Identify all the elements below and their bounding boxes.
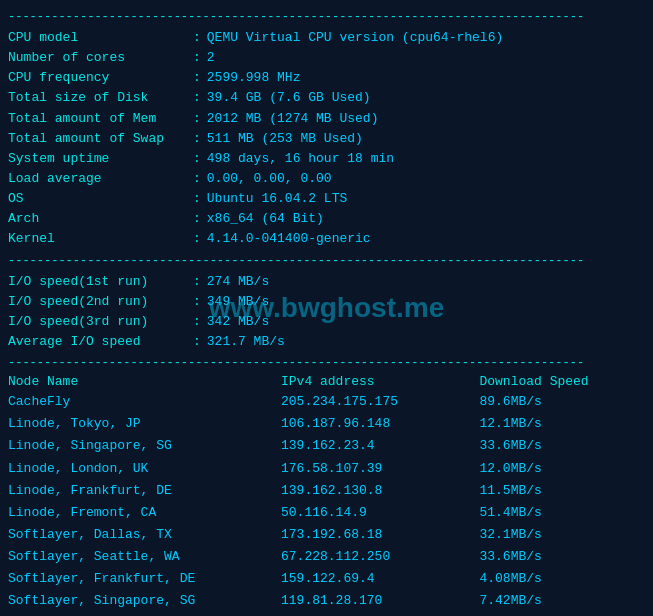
row-value: 2 [207,48,215,68]
col-header-node: Node Name [8,374,271,391]
table-row: I/O speed(3rd run) : 342 MB/s [8,312,645,332]
ipv4-cell: 119.81.28.170 [271,590,449,612]
node-cell: Linode, Fremont, CA [8,502,271,524]
table-row: Total amount of Swap : 511 MB (253 MB Us… [8,129,645,149]
mid-divider-2: ----------------------------------------… [8,356,645,370]
node-cell: Softlayer, Singapore, SG [8,590,271,612]
speed-cell: 4.08MB/s [449,568,645,590]
table-row: Softlayer, HongKong, CN 119.81.130.170 5… [8,613,645,616]
col-header-ipv4: IPv4 address [271,374,449,391]
row-value: 2012 MB (1274 MB Used) [207,109,379,129]
table-row: Linode, Singapore, SG 139.162.23.4 33.6M… [8,435,645,457]
table-row: Average I/O speed : 321.7 MB/s [8,332,645,352]
row-label: CPU model [8,28,193,48]
row-label: Arch [8,209,193,229]
table-row: Softlayer, Seattle, WA 67.228.112.250 33… [8,546,645,568]
ipv4-cell: 139.162.130.8 [271,480,449,502]
speed-cell: 32.1MB/s [449,524,645,546]
ipv4-cell: 173.192.68.18 [271,524,449,546]
table-row: Total amount of Mem : 2012 MB (1274 MB U… [8,109,645,129]
row-label: Load average [8,169,193,189]
speed-cell: 33.6MB/s [449,546,645,568]
node-cell: Linode, Singapore, SG [8,435,271,457]
table-row: Softlayer, Dallas, TX 173.192.68.18 32.1… [8,524,645,546]
ipv4-cell: 50.116.14.9 [271,502,449,524]
node-cell: Softlayer, Seattle, WA [8,546,271,568]
speed-cell: 33.6MB/s [449,435,645,457]
row-value: Ubuntu 16.04.2 LTS [207,189,347,209]
table-row: CPU frequency : 2599.998 MHz [8,68,645,88]
ipv4-cell: 205.234.175.175 [271,391,449,413]
node-cell: Linode, Frankfurt, DE [8,480,271,502]
row-value: x86_64 (64 Bit) [207,209,324,229]
row-value: 274 MB/s [207,272,269,292]
row-label: Number of cores [8,48,193,68]
table-row: OS : Ubuntu 16.04.2 LTS [8,189,645,209]
speed-cell: 5.28MB/s [449,613,645,616]
col-header-speed: Download Speed [449,374,645,391]
table-row: Softlayer, Singapore, SG 119.81.28.170 7… [8,590,645,612]
node-cell: CacheFly [8,391,271,413]
speed-cell: 51.4MB/s [449,502,645,524]
table-row: Linode, London, UK 176.58.107.39 12.0MB/… [8,458,645,480]
row-label: OS [8,189,193,209]
table-row: Number of cores : 2 [8,48,645,68]
speed-cell: 7.42MB/s [449,590,645,612]
node-cell: Linode, Tokyo, JP [8,413,271,435]
speed-cell: 12.0MB/s [449,458,645,480]
ipv4-cell: 176.58.107.39 [271,458,449,480]
row-label: Total amount of Mem [8,109,193,129]
ipv4-cell: 106.187.96.148 [271,413,449,435]
row-value: 342 MB/s [207,312,269,332]
node-cell: Softlayer, Dallas, TX [8,524,271,546]
node-cell: Softlayer, Frankfurt, DE [8,568,271,590]
table-row: I/O speed(1st run) : 274 MB/s [8,272,645,292]
row-value: 4.14.0-041400-generic [207,229,371,249]
speed-cell: 11.5MB/s [449,480,645,502]
top-divider: ----------------------------------------… [8,10,645,24]
row-value: 349 MB/s [207,292,269,312]
ipv4-cell: 67.228.112.250 [271,546,449,568]
row-value: QEMU Virtual CPU version (cpu64-rhel6) [207,28,503,48]
row-label: System uptime [8,149,193,169]
row-label: Total amount of Swap [8,129,193,149]
table-row: Linode, Fremont, CA 50.116.14.9 51.4MB/s [8,502,645,524]
speed-cell: 12.1MB/s [449,413,645,435]
table-row: System uptime : 498 days, 16 hour 18 min [8,149,645,169]
sysinfo-section: CPU model : QEMU Virtual CPU version (cp… [8,28,645,250]
row-value: 2599.998 MHz [207,68,301,88]
row-label: CPU frequency [8,68,193,88]
row-label: Total size of Disk [8,88,193,108]
table-row: Total size of Disk : 39.4 GB (7.6 GB Use… [8,88,645,108]
table-row: Softlayer, Frankfurt, DE 159.122.69.4 4.… [8,568,645,590]
row-label: I/O speed(3rd run) [8,312,193,332]
row-value: 39.4 GB (7.6 GB Used) [207,88,371,108]
network-section: Node Name IPv4 address Download Speed Ca… [8,374,645,616]
ipv4-cell: 139.162.23.4 [271,435,449,457]
row-value: 321.7 MB/s [207,332,285,352]
row-value: 0.00, 0.00, 0.00 [207,169,332,189]
network-table: Node Name IPv4 address Download Speed Ca… [8,374,645,616]
table-row: Load average : 0.00, 0.00, 0.00 [8,169,645,189]
ipv4-cell: 119.81.130.170 [271,613,449,616]
table-row: CacheFly 205.234.175.175 89.6MB/s [8,391,645,413]
table-row: CPU model : QEMU Virtual CPU version (cp… [8,28,645,48]
row-label: Average I/O speed [8,332,193,352]
row-label: I/O speed(1st run) [8,272,193,292]
table-row: Arch : x86_64 (64 Bit) [8,209,645,229]
table-row: Linode, Tokyo, JP 106.187.96.148 12.1MB/… [8,413,645,435]
row-value: 498 days, 16 hour 18 min [207,149,394,169]
node-cell: Linode, London, UK [8,458,271,480]
speed-cell: 89.6MB/s [449,391,645,413]
ipv4-cell: 159.122.69.4 [271,568,449,590]
io-section: I/O speed(1st run) : 274 MB/s I/O speed(… [8,272,645,353]
mid-divider-1: ----------------------------------------… [8,254,645,268]
row-value: 511 MB (253 MB Used) [207,129,363,149]
table-row: I/O speed(2nd run) : 349 MB/s [8,292,645,312]
row-label: I/O speed(2nd run) [8,292,193,312]
table-row: Kernel : 4.14.0-041400-generic [8,229,645,249]
node-cell: Softlayer, HongKong, CN [8,613,271,616]
row-label: Kernel [8,229,193,249]
table-row: Linode, Frankfurt, DE 139.162.130.8 11.5… [8,480,645,502]
